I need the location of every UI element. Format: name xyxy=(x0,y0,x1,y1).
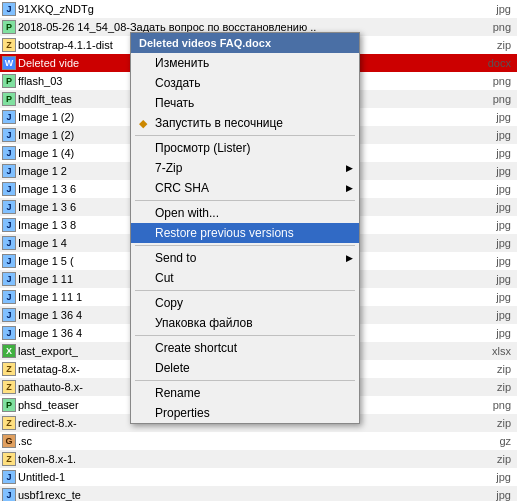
menu-item-open-with...[interactable]: Open with... xyxy=(131,203,359,223)
file-icon-zip: Z xyxy=(2,416,16,430)
file-ext: jpg xyxy=(480,255,515,267)
file-row[interactable]: G .sc gz xyxy=(0,432,517,450)
file-ext: jpg xyxy=(480,273,515,285)
menu-separator xyxy=(135,245,355,246)
menu-item-label: Упаковка файлов xyxy=(155,316,253,330)
file-ext: jpg xyxy=(480,3,515,15)
file-ext: zip xyxy=(480,39,515,51)
file-ext: docx xyxy=(480,57,515,69)
file-icon-jpg: J xyxy=(2,164,16,178)
file-name: Untitled-1 xyxy=(18,471,480,483)
file-icon-jpg: J xyxy=(2,290,16,304)
file-icon-jpg: J xyxy=(2,146,16,160)
menu-item-label: Restore previous versions xyxy=(155,226,294,240)
menu-item-label: CRC SHA xyxy=(155,181,209,195)
menu-item-label: Properties xyxy=(155,406,210,420)
file-icon-jpg: J xyxy=(2,470,16,484)
file-icon-zip: Z xyxy=(2,452,16,466)
menu-item-запустить-в-песочнице[interactable]: ◆Запустить в песочнице xyxy=(131,113,359,133)
menu-item-изменить[interactable]: Изменить xyxy=(131,53,359,73)
menu-item-просмотр-(lister)[interactable]: Просмотр (Lister) xyxy=(131,138,359,158)
file-row[interactable]: J Untitled-1 jpg xyxy=(0,468,517,486)
file-row[interactable]: J 91XKQ_zNDTg jpg xyxy=(0,0,517,18)
file-ext: jpg xyxy=(480,111,515,123)
file-ext: jpg xyxy=(480,183,515,195)
file-ext: jpg xyxy=(480,237,515,249)
file-name: .sc xyxy=(18,435,480,447)
menu-separator xyxy=(135,380,355,381)
menu-item-label: 7-Zip xyxy=(155,161,182,175)
file-icon-jpg: J xyxy=(2,254,16,268)
menu-item-создать[interactable]: Создать xyxy=(131,73,359,93)
menu-item-rename[interactable]: Rename xyxy=(131,383,359,403)
file-icon-zip: Z xyxy=(2,380,16,394)
file-icon-jpg: J xyxy=(2,488,16,501)
file-ext: jpg xyxy=(480,219,515,231)
file-icon-png: P xyxy=(2,92,16,106)
menu-item-упаковка-файлов[interactable]: Упаковка файлов xyxy=(131,313,359,333)
file-ext: jpg xyxy=(480,489,515,501)
menu-item-label: Просмотр (Lister) xyxy=(155,141,250,155)
file-ext: png xyxy=(480,93,515,105)
menu-separator xyxy=(135,290,355,291)
file-icon-jpg: J xyxy=(2,308,16,322)
context-menu-header: Deleted videos FAQ.docx xyxy=(131,33,359,53)
menu-item-cut[interactable]: Cut xyxy=(131,268,359,288)
gem-icon: ◆ xyxy=(135,115,151,131)
menu-item-label: Cut xyxy=(155,271,174,285)
file-icon-jpg: J xyxy=(2,326,16,340)
file-ext: jpg xyxy=(480,165,515,177)
menu-item-copy[interactable]: Copy xyxy=(131,293,359,313)
file-ext: jpg xyxy=(480,147,515,159)
menu-item-label: Создать xyxy=(155,76,201,90)
file-ext: jpg xyxy=(480,129,515,141)
file-ext: png xyxy=(480,21,515,33)
file-ext: zip xyxy=(480,363,515,375)
menu-item-label: Печать xyxy=(155,96,194,110)
file-icon-zip: Z xyxy=(2,38,16,52)
menu-item-create-shortcut[interactable]: Create shortcut xyxy=(131,338,359,358)
menu-item-send-to[interactable]: Send to xyxy=(131,248,359,268)
file-ext: zip xyxy=(480,381,515,393)
file-icon-xlsx: X xyxy=(2,344,16,358)
file-icon-zip: Z xyxy=(2,362,16,376)
file-ext: jpg xyxy=(480,327,515,339)
menu-item-label: Rename xyxy=(155,386,200,400)
file-ext: zip xyxy=(480,453,515,465)
file-icon-docx: W xyxy=(2,56,16,70)
file-ext: jpg xyxy=(480,201,515,213)
menu-item-label: Open with... xyxy=(155,206,219,220)
menu-separator xyxy=(135,200,355,201)
file-icon-jpg: J xyxy=(2,218,16,232)
menu-item-label: Copy xyxy=(155,296,183,310)
file-icon-jpg: J xyxy=(2,236,16,250)
file-ext: xlsx xyxy=(480,345,515,357)
file-name: usbf1rexc_te xyxy=(18,489,480,501)
menu-item-label: Create shortcut xyxy=(155,341,237,355)
menu-item-delete[interactable]: Delete xyxy=(131,358,359,378)
file-row[interactable]: Z token-8.x-1. zip xyxy=(0,450,517,468)
menu-item-crc-sha[interactable]: CRC SHA xyxy=(131,178,359,198)
file-icon-jpg: J xyxy=(2,182,16,196)
context-menu: Deleted videos FAQ.docx ИзменитьСоздатьП… xyxy=(130,32,360,424)
file-icon-png: P xyxy=(2,398,16,412)
menu-item-restore-previous-versions[interactable]: Restore previous versions xyxy=(131,223,359,243)
menu-item-печать[interactable]: Печать xyxy=(131,93,359,113)
file-ext: zip xyxy=(480,417,515,429)
file-ext: jpg xyxy=(480,471,515,483)
menu-item-label: Send to xyxy=(155,251,196,265)
menu-separator xyxy=(135,335,355,336)
file-icon-jpg: J xyxy=(2,2,16,16)
menu-item-label: Изменить xyxy=(155,56,209,70)
menu-separator xyxy=(135,135,355,136)
menu-item-label: Delete xyxy=(155,361,190,375)
file-icon-jpg: J xyxy=(2,110,16,124)
file-ext: png xyxy=(480,75,515,87)
file-ext: gz xyxy=(480,435,515,447)
file-icon-jpg: J xyxy=(2,200,16,214)
file-icon-jpg: J xyxy=(2,128,16,142)
menu-item-label: Запустить в песочнице xyxy=(155,116,283,130)
file-row[interactable]: J usbf1rexc_te jpg xyxy=(0,486,517,501)
menu-item-7-zip[interactable]: 7-Zip xyxy=(131,158,359,178)
menu-item-properties[interactable]: Properties xyxy=(131,403,359,423)
